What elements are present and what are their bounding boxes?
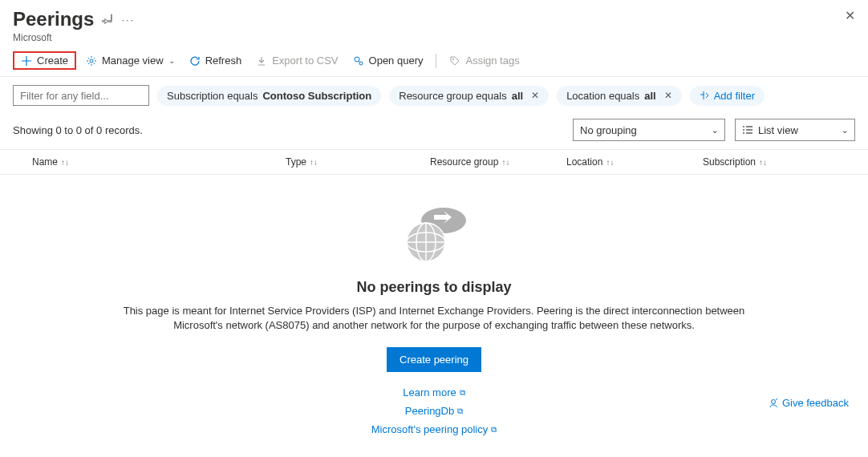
external-link-icon: ⧉	[460, 388, 465, 398]
sort-icon: ↑↓	[310, 158, 318, 167]
empty-state: No peerings to display This page is mean…	[0, 175, 868, 435]
pin-icon[interactable]	[102, 14, 113, 25]
chevron-down-icon: ⌄	[168, 56, 175, 65]
refresh-icon	[189, 55, 201, 67]
status-bar: Showing 0 to 0 of 0 records. No grouping…	[0, 114, 868, 149]
learn-more-link[interactable]: Learn more⧉	[403, 386, 464, 398]
add-filter-button[interactable]: Add filter	[690, 86, 765, 106]
list-icon	[742, 125, 753, 135]
chevron-down-icon: ⌄	[712, 126, 718, 135]
help-links: Learn more⧉ PeeringDb⧉ Microsoft's peeri…	[13, 386, 855, 435]
svg-point-11	[771, 399, 775, 403]
svg-point-2	[359, 62, 363, 65]
command-bar: Create Manage view ⌄ Refresh Export to C…	[0, 48, 868, 77]
download-icon	[256, 55, 267, 67]
filter-pill-location[interactable]: Location equals all ✕	[557, 86, 682, 106]
record-count: Showing 0 to 0 of 0 records.	[13, 124, 143, 136]
feedback-icon	[768, 398, 779, 409]
tag-icon	[449, 55, 460, 67]
export-csv-button: Export to CSV	[251, 51, 343, 70]
column-subscription[interactable]: Subscription↑↓	[703, 156, 855, 168]
page-title: Peerings	[13, 8, 94, 30]
page-header: Peerings ··· Microsoft ✕	[0, 0, 868, 48]
gear-icon	[86, 55, 97, 67]
column-type[interactable]: Type↑↓	[286, 156, 430, 168]
sort-icon: ↑↓	[61, 158, 69, 167]
clear-rg-icon[interactable]: ✕	[531, 90, 539, 101]
filter-pill-subscription[interactable]: Subscription equals Contoso Subscription	[157, 86, 381, 106]
manage-view-button[interactable]: Manage view ⌄	[81, 51, 180, 70]
page-subtitle: Microsoft	[13, 32, 855, 43]
query-icon	[353, 55, 364, 67]
filter-input[interactable]	[13, 85, 149, 106]
empty-description: This page is meant for Internet Service …	[105, 304, 763, 333]
grouping-select[interactable]: No grouping ⌄	[573, 119, 725, 141]
peeringdb-link[interactable]: PeeringDb⧉	[405, 405, 463, 417]
more-icon[interactable]: ···	[121, 14, 135, 26]
give-feedback-link[interactable]: Give feedback	[768, 397, 849, 409]
svg-point-0	[90, 59, 93, 63]
column-location[interactable]: Location↑↓	[566, 156, 703, 168]
create-button[interactable]: Create	[13, 51, 76, 70]
sort-icon: ↑↓	[759, 158, 767, 167]
sort-icon: ↑↓	[501, 158, 509, 167]
chevron-down-icon: ⌄	[842, 126, 848, 135]
globe-cloud-icon	[394, 200, 474, 265]
column-name[interactable]: Name↑↓	[13, 156, 286, 168]
sort-icon: ↑↓	[606, 158, 614, 167]
assign-tags-button: Assign tags	[444, 51, 524, 70]
column-resource-group[interactable]: Resource group↑↓	[430, 156, 566, 168]
external-link-icon: ⧉	[457, 406, 463, 416]
external-link-icon: ⧉	[491, 425, 497, 435]
create-peering-button[interactable]: Create peering	[387, 347, 481, 372]
plus-icon	[21, 55, 32, 67]
svg-point-3	[452, 59, 454, 60]
toolbar-divider	[436, 54, 436, 68]
refresh-button[interactable]: Refresh	[185, 51, 247, 70]
add-filter-icon	[700, 91, 709, 100]
table-header: Name↑↓ Type↑↓ Resource group↑↓ Location↑…	[0, 149, 868, 175]
view-select[interactable]: List view ⌄	[735, 119, 855, 141]
peering-policy-link[interactable]: Microsoft's peering policy⧉	[371, 423, 497, 435]
empty-title: No peerings to display	[13, 279, 855, 296]
open-query-button[interactable]: Open query	[348, 51, 428, 70]
close-icon[interactable]: ✕	[845, 8, 855, 23]
filter-pill-resource-group[interactable]: Resource group equals all ✕	[389, 86, 549, 106]
filter-bar: Subscription equals Contoso Subscription…	[0, 77, 868, 114]
clear-location-icon[interactable]: ✕	[664, 90, 672, 101]
